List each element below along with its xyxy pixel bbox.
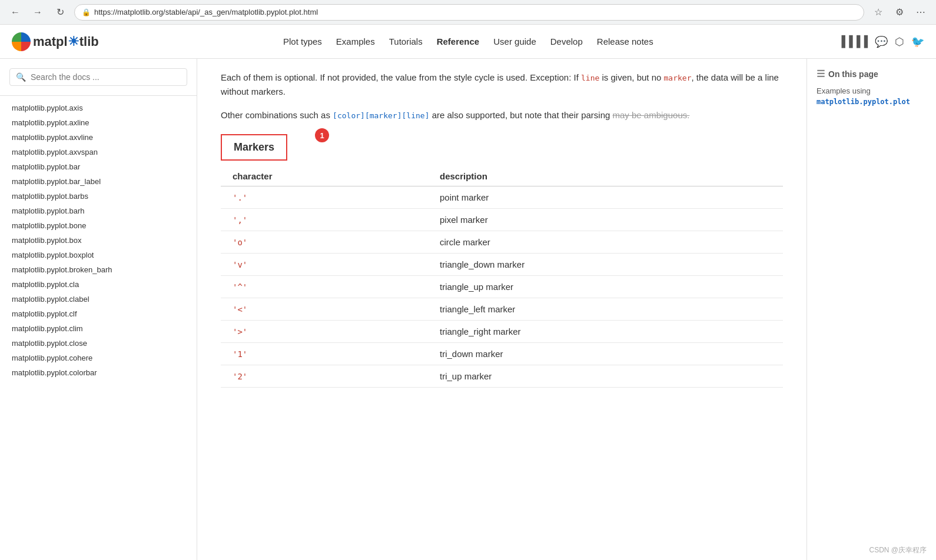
char-cell: 'o' xyxy=(221,231,428,254)
star-button[interactable]: ☆ xyxy=(870,4,887,21)
browser-chrome: ← → ↻ 🔒 https://matplotlib.org/stable/ap… xyxy=(0,0,936,25)
sidebar-item-bar[interactable]: matplotlib.pyplot.bar xyxy=(0,159,197,174)
desc-cell: tri_up marker xyxy=(428,365,783,388)
col-header-character: character xyxy=(221,166,428,186)
on-this-page-label: On this page xyxy=(828,69,878,79)
nav-twitter-icon[interactable]: 🐦 xyxy=(911,35,924,48)
intro-code-1: line xyxy=(581,74,599,82)
sidebar-item-box[interactable]: matplotlib.pyplot.box xyxy=(0,233,197,248)
site-logo[interactable]: matpl☀tlib xyxy=(12,32,99,51)
sidebar-item-boxplot[interactable]: matplotlib.pyplot.boxplot xyxy=(0,248,197,262)
nav-icons: ▐▐▐▐ 💬 ⬡ 🐦 xyxy=(838,35,924,48)
sidebar-item-barbs[interactable]: matplotlib.pyplot.barbs xyxy=(0,189,197,204)
table-row: 'o' circle marker xyxy=(221,231,783,254)
sidebar-item-bar-label[interactable]: matplotlib.pyplot.bar_label xyxy=(0,174,197,189)
extension-button[interactable]: ⚙ xyxy=(891,4,908,21)
page-layout: 🔍 matplotlib.pyplot.axis matplotlib.pypl… xyxy=(0,59,936,560)
table-row: '>' triangle_right marker xyxy=(221,321,783,343)
intro-text-1: Each of them is optional. If not provide… xyxy=(221,72,581,82)
sidebar: 🔍 matplotlib.pyplot.axis matplotlib.pypl… xyxy=(0,59,197,560)
right-panel: ☰ On this page Examples using matplotlib… xyxy=(806,59,936,560)
right-panel-link[interactable]: matplotlib.pyplot.plot xyxy=(816,98,927,106)
nav-bars-icon[interactable]: ▐▐▐▐ xyxy=(838,35,868,48)
watermark: CSDN @庆幸程序 xyxy=(869,545,927,555)
desc-cell: point marker xyxy=(428,186,783,209)
menu-button[interactable]: ⋯ xyxy=(912,4,929,21)
char-cell: '>' xyxy=(221,321,428,343)
site-navbar: matpl☀tlib Plot types Examples Tutorials… xyxy=(0,25,936,59)
nav-develop[interactable]: Develop xyxy=(550,36,583,46)
char-cell: '<' xyxy=(221,298,428,321)
desc-cell: triangle_right marker xyxy=(428,321,783,343)
nav-plot-types[interactable]: Plot types xyxy=(283,36,322,46)
search-input[interactable] xyxy=(31,72,181,82)
browser-actions: ☆ ⚙ ⋯ xyxy=(870,4,929,21)
char-cell: 'v' xyxy=(221,254,428,276)
badge-number: 1 xyxy=(320,131,324,140)
red-badge: 1 xyxy=(315,128,329,142)
main-content: Each of them is optional. If not provide… xyxy=(197,59,806,560)
search-wrapper[interactable]: 🔍 xyxy=(9,68,187,86)
sidebar-item-clabel[interactable]: matplotlib.pyplot.clabel xyxy=(0,292,197,306)
refresh-button[interactable]: ↻ xyxy=(52,4,68,21)
url-text: https://matplotlib.org/stable/api/_as_ge… xyxy=(94,8,857,16)
back-button[interactable]: ← xyxy=(7,4,24,21)
char-cell: '.' xyxy=(221,186,428,209)
nav-reference[interactable]: Reference xyxy=(437,36,480,46)
address-bar[interactable]: 🔒 https://matplotlib.org/stable/api/_as_… xyxy=(74,4,864,21)
sidebar-item-axline[interactable]: matplotlib.pyplot.axline xyxy=(0,115,197,130)
sidebar-item-axvspan[interactable]: matplotlib.pyplot.axvspan xyxy=(0,145,197,159)
sidebar-item-cohere[interactable]: matplotlib.pyplot.cohere xyxy=(0,351,197,365)
markers-section: Markers 1 xyxy=(221,134,783,161)
sidebar-item-close[interactable]: matplotlib.pyplot.close xyxy=(0,336,197,351)
char-cell: ',' xyxy=(221,209,428,231)
nav-release-notes[interactable]: Release notes xyxy=(597,36,653,46)
toc-icon: ☰ xyxy=(816,68,825,79)
desc-cell: triangle_down marker xyxy=(428,254,783,276)
nav-tutorials[interactable]: Tutorials xyxy=(389,36,423,46)
lock-icon: 🔒 xyxy=(82,8,91,16)
nav-user-guide[interactable]: User guide xyxy=(493,36,536,46)
table-row: '2' tri_up marker xyxy=(221,365,783,388)
sidebar-item-bone[interactable]: matplotlib.pyplot.bone xyxy=(0,218,197,233)
sidebar-item-colorbar[interactable]: matplotlib.pyplot.colorbar xyxy=(0,365,197,380)
sidebar-item-axis[interactable]: matplotlib.pyplot.axis xyxy=(0,101,197,115)
nav-examples[interactable]: Examples xyxy=(336,36,375,46)
logo-icon xyxy=(12,32,31,51)
desc-cell: circle marker xyxy=(428,231,783,254)
table-row: '1' tri_down marker xyxy=(221,343,783,365)
char-cell: '2' xyxy=(221,365,428,388)
table-row: '<' triangle_left marker xyxy=(221,298,783,321)
markers-heading-box: Markers xyxy=(221,134,287,161)
combo-text-1: Other combinations such as xyxy=(221,110,333,120)
combo-paragraph: Other combinations such as [color][marke… xyxy=(221,108,783,122)
desc-cell: triangle_up marker xyxy=(428,276,783,298)
col-header-description: description xyxy=(428,166,783,186)
sidebar-item-broken-barh[interactable]: matplotlib.pyplot.broken_barh xyxy=(0,262,197,277)
nav-github-icon[interactable]: ⬡ xyxy=(895,35,904,48)
desc-cell: pixel marker xyxy=(428,209,783,231)
nav-chat-icon[interactable]: 💬 xyxy=(875,35,888,48)
desc-cell: triangle_left marker xyxy=(428,298,783,321)
sidebar-item-cla[interactable]: matplotlib.pyplot.cla xyxy=(0,277,197,292)
forward-button[interactable]: → xyxy=(29,4,46,21)
nav-links: Plot types Examples Tutorials Reference … xyxy=(117,36,820,46)
search-icon: 🔍 xyxy=(16,72,26,82)
right-panel-title: ☰ On this page xyxy=(816,68,927,79)
char-cell: '1' xyxy=(221,343,428,365)
intro-code-2: marker xyxy=(664,74,692,82)
sidebar-list: matplotlib.pyplot.axis matplotlib.pyplot… xyxy=(0,96,197,560)
sidebar-item-axvline[interactable]: matplotlib.pyplot.axvline xyxy=(0,130,197,145)
sidebar-item-clf[interactable]: matplotlib.pyplot.clf xyxy=(0,306,197,321)
combo-text-2: are also supported, but note that their … xyxy=(429,110,612,120)
examples-using-label: Examples using xyxy=(816,86,927,95)
intro-text-2: is given, but no xyxy=(599,72,663,82)
sidebar-item-barh[interactable]: matplotlib.pyplot.barh xyxy=(0,204,197,218)
sidebar-item-clim[interactable]: matplotlib.pyplot.clim xyxy=(0,321,197,336)
desc-cell: tri_down marker xyxy=(428,343,783,365)
table-row: ',' pixel marker xyxy=(221,209,783,231)
table-row: 'v' triangle_down marker xyxy=(221,254,783,276)
markers-heading: Markers xyxy=(234,141,274,153)
table-row: '.' point marker xyxy=(221,186,783,209)
char-cell: '^' xyxy=(221,276,428,298)
